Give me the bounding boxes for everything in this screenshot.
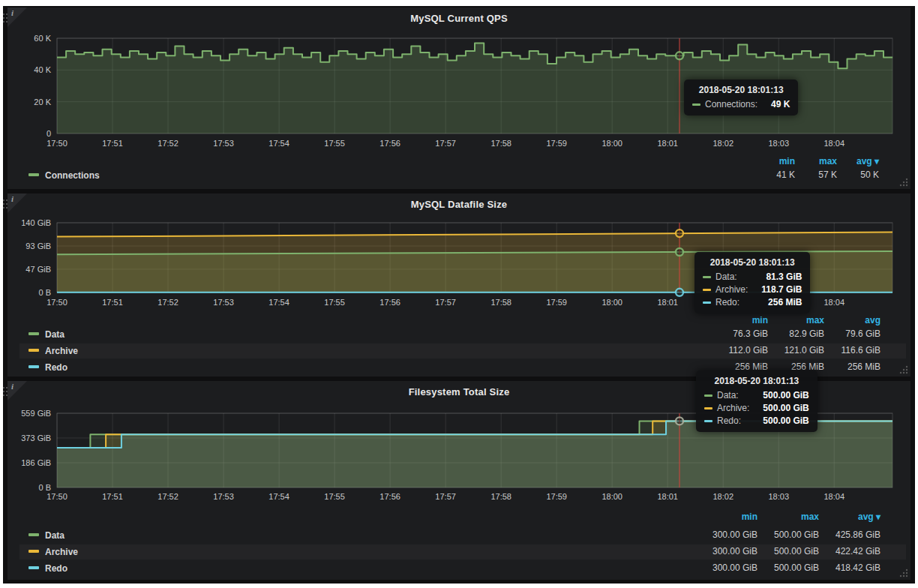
legend-swatch-icon [28,550,39,553]
svg-text:17:59: 17:59 [546,298,567,307]
tooltip-series-swatch-icon [703,289,711,291]
tooltip-series-label: Data: [717,390,739,400]
svg-text:17:57: 17:57 [435,492,456,501]
legend-series-name[interactable]: Connections [45,170,100,181]
tooltip-series-label: Archive: [717,403,749,413]
tooltip-series-value: 118.7 GiB [748,284,802,295]
tooltip-series-value: 256 MiB [754,297,802,308]
svg-text:17:58: 17:58 [490,492,512,501]
legend-stat-value: 500.00 GiB [758,546,819,556]
svg-text:140 GiB: 140 GiB [21,218,51,227]
svg-text:17:57: 17:57 [435,139,456,148]
legend-stat-header[interactable]: avg ▾ [837,156,879,166]
panel-title[interactable]: MySQL Current QPS [8,13,910,24]
legend-stat-value: 425.86 GiB [819,530,880,540]
tooltip-timestamp: 2018-05-20 18:01:13 [692,85,790,95]
svg-text:60 K: 60 K [34,34,51,43]
legend-stat-header[interactable]: max [795,156,837,166]
legend-row-connections[interactable]: Connections41 K57 K50 K [20,168,906,183]
svg-text:17:55: 17:55 [324,139,345,148]
tooltip-filesystem: 2018-05-20 18:01:13Data:500.00 GiBArchiv… [696,370,818,432]
tooltip-series-label: Connections: [705,99,758,110]
svg-text:0 B: 0 B [38,288,51,297]
tooltip-series-label: Redo: [716,297,740,308]
legend-series-name[interactable]: Archive [45,547,78,557]
legend-stat-value: 500.00 GiB [758,562,819,573]
legend-stat-value: 422.42 GiB [819,546,880,556]
svg-text:17:52: 17:52 [158,298,178,307]
legend-stat-value: 41 K [753,170,795,180]
svg-text:17:54: 17:54 [268,298,290,307]
svg-text:17:52: 17:52 [158,139,178,148]
svg-text:18:04: 18:04 [824,492,845,501]
tooltip-row: Data:500.00 GiB [704,390,809,400]
tooltip-timestamp: 2018-05-20 18:01:13 [703,257,802,268]
legend-series-name[interactable]: Redo [45,362,68,373]
resize-handle[interactable] [898,568,908,578]
legend-stat-value: 57 K [795,170,837,180]
tooltip-series-value: 81.3 GiB [752,272,802,282]
tooltip-row: Connections:49 K [692,99,790,110]
legend-stats-header-row: minmaxavg ▾ [20,510,906,525]
dashboard: i MySQL Current QPS 17:5017:5117:5217:53… [3,6,915,584]
legend-stat-value: 112.0 GiB [712,345,768,356]
legend-stat-header[interactable]: min [712,315,768,326]
svg-text:0 B: 0 B [38,483,51,492]
legend-stat-header[interactable]: avg ▾ [819,512,880,522]
svg-text:17:58: 17:58 [490,298,512,307]
legend-row-data[interactable]: Data300.00 GiB500.00 GiB425.86 GiB [20,528,906,543]
legend-row-archive[interactable]: Archive112.0 GiB121.0 GiB116.6 GiB [20,344,906,358]
legend-row-redo[interactable]: Redo300.00 GiB500.00 GiB418.42 GiB [20,561,906,576]
resize-handle[interactable] [898,177,908,187]
legend-series-name[interactable]: Data [45,329,64,340]
panel-title[interactable]: MySQL Datafile Size [8,199,910,210]
legend-stat-value: 121.0 GiB [768,345,824,356]
svg-text:373 GiB: 373 GiB [21,434,51,442]
svg-text:17:53: 17:53 [213,298,234,307]
svg-text:18:00: 18:00 [602,492,622,501]
tooltip-series-label: Data: [716,272,737,282]
legend-series-name[interactable]: Data [45,530,64,541]
tooltip-series-swatch-icon [703,302,711,304]
svg-text:17:54: 17:54 [268,139,290,148]
svg-text:47 GiB: 47 GiB [26,265,51,274]
legend-stats-header-row: minmaxavg [20,314,906,328]
tooltip-series-label: Redo: [717,416,741,426]
legend-series-name[interactable]: Archive [45,346,78,356]
panel-drag-handle[interactable] [3,200,9,212]
legend-stat-value: 79.6 GiB [824,328,880,339]
legend-row-data[interactable]: Data76.3 GiB82.9 GiB79.6 GiB [20,327,906,342]
legend-stat-value: 76.3 GiB [712,328,768,339]
svg-text:17:51: 17:51 [102,139,123,148]
svg-text:186 GiB: 186 GiB [21,458,51,467]
svg-text:17:50: 17:50 [46,492,68,501]
svg-text:20 K: 20 K [34,98,51,106]
svg-text:18:03: 18:03 [768,139,789,148]
resize-handle[interactable] [898,364,908,374]
tooltip-series-value: 500.00 GiB [749,390,808,400]
info-icon: i [11,382,14,391]
tooltip-series-swatch-icon [704,394,712,397]
svg-text:17:55: 17:55 [324,298,345,307]
legend-stat-value: 300.00 GiB [696,546,758,556]
panel-drag-handle[interactable] [3,387,9,399]
legend-stat-header[interactable]: min [753,156,795,166]
legend-stat-header[interactable]: max [758,512,819,522]
svg-text:18:01: 18:01 [657,492,678,501]
legend-stat-header[interactable]: min [696,512,758,522]
svg-text:40 K: 40 K [34,65,51,74]
svg-text:17:55: 17:55 [324,492,345,501]
legend-stat-header[interactable]: max [768,315,824,326]
tooltip-series-label: Archive: [716,284,748,295]
tooltip-row: Data:81.3 GiB [703,272,802,282]
legend-swatch-icon [28,365,39,368]
legend-row-archive[interactable]: Archive300.00 GiB500.00 GiB422.42 GiB [20,544,906,560]
svg-text:17:51: 17:51 [102,492,123,501]
panel-drag-handle[interactable] [3,14,9,26]
legend-series-name[interactable]: Redo [45,563,68,574]
svg-text:18:03: 18:03 [768,492,789,501]
svg-text:17:59: 17:59 [546,492,567,501]
legend-stats-header-row: minmaxavg ▾ [20,154,906,170]
legend-stat-value: 500.00 GiB [758,530,819,540]
legend-stat-header[interactable]: avg [824,315,880,326]
